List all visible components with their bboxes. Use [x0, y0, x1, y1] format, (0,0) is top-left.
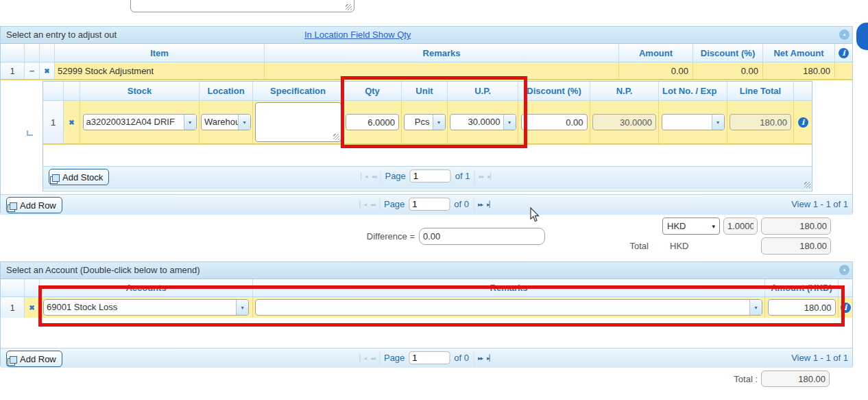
add-icon [10, 202, 17, 210]
info-icon[interactable]: i [839, 48, 849, 58]
dropdown-arrow-icon[interactable]: ▾ [433, 115, 445, 130]
net-amount-cell: 180.00 [763, 62, 835, 79]
discount-input[interactable] [521, 114, 588, 130]
page-input[interactable] [409, 351, 450, 364]
collapse-row-icon[interactable]: − [29, 66, 35, 76]
delete-row-cell[interactable]: ✖ [40, 62, 55, 79]
delete-col-header [25, 279, 40, 296]
mouse-cursor [529, 207, 540, 224]
dropdown-arrow-icon[interactable]: ▾ [712, 115, 724, 130]
pager-first-button[interactable]: ▏◂ [359, 355, 365, 362]
pager-first-button[interactable]: ▏◂ [359, 201, 365, 208]
info-col-header [794, 82, 812, 100]
dropdown-arrow-icon[interactable]: ▾ [236, 300, 248, 315]
col-header-np: N.P. [590, 82, 659, 100]
unit-select[interactable]: Pcs ▾ [404, 114, 446, 130]
in-location-show-qty-link[interactable]: In Location Field Show Qty [304, 30, 411, 40]
rownum-header [43, 82, 64, 100]
account-select[interactable]: 69001 Stock Loss ▾ [43, 299, 249, 316]
delete-row-icon[interactable]: ✖ [69, 119, 74, 126]
pager-prev-button[interactable]: ◂◂ [371, 173, 376, 180]
info-icon[interactable]: i [798, 117, 808, 128]
discount-cell [518, 101, 590, 143]
delete-row-cell[interactable]: ✖ [25, 297, 40, 318]
delete-col-header [64, 82, 80, 100]
pager-prev-button[interactable]: ◂◂ [370, 355, 375, 362]
pager-separator [379, 352, 380, 364]
currency-select[interactable]: HKD ▾ [662, 217, 720, 235]
item-cell[interactable]: 52999 Stock Adjustment [55, 62, 265, 79]
grand-total-input [761, 370, 830, 387]
np-input [592, 114, 656, 130]
delete-row-icon[interactable]: ✖ [29, 304, 34, 311]
delete-row-icon[interactable]: ✖ [44, 67, 49, 75]
pager-next-button[interactable]: ▸▸ [478, 201, 483, 208]
collapse-panel-button[interactable]: ▲ [839, 265, 849, 275]
difference-input[interactable] [419, 228, 545, 245]
stock-subgrid: Stock Location Specification Qty Unit U.… [43, 81, 812, 191]
col-header-line-total: Line Total [727, 82, 794, 100]
col-header-remarks: Remarks [265, 44, 619, 62]
top-remarks-textarea[interactable] [130, 0, 354, 12]
discount-cell: 0.00 [693, 62, 763, 79]
account-select-value: 69001 Stock Loss [44, 300, 236, 315]
add-stock-button[interactable]: Add Stock [49, 169, 109, 185]
dropdown-arrow-icon[interactable]: ▾ [749, 300, 762, 315]
pager-last-button[interactable]: ▸▏ [487, 355, 493, 362]
unit-price-select[interactable]: 30.0000 ▾ [450, 114, 516, 130]
adjust-out-titlebar: Select an entry to adjust out In Locatio… [1, 27, 852, 44]
page-input[interactable] [410, 169, 451, 183]
account-remarks-select[interactable]: ▾ [255, 299, 762, 316]
page-input[interactable] [409, 198, 450, 211]
info-cell [835, 62, 852, 79]
account-row[interactable]: 1 ✖ 69001 Stock Loss ▾ ▾ i [1, 297, 852, 318]
dropdown-arrow-icon[interactable]: ▾ [238, 115, 250, 130]
row-number: 1 [1, 62, 25, 79]
lot-select[interactable]: ▾ [662, 114, 725, 130]
collapse-panel-button[interactable]: ▲ [839, 30, 849, 40]
remarks-cell[interactable] [265, 62, 619, 79]
col-header-up: U.P. [448, 82, 518, 100]
pager-last-button[interactable]: ▸▏ [488, 173, 494, 180]
location-cell: Warehous ▾ [200, 101, 253, 143]
page-of-text: of 1 [455, 171, 470, 181]
account-pager-bar: Add Row ▏◂ ◂◂ Page of 0 ▸▸ ▸▏ View 1 - 1… [1, 348, 852, 368]
resize-handle[interactable] [346, 4, 352, 10]
exchange-rate-input[interactable] [723, 217, 758, 235]
info-icon[interactable]: i [841, 303, 851, 313]
pager-separator [379, 198, 380, 211]
specification-textarea[interactable] [255, 102, 341, 142]
pager-next-button[interactable]: ▸▸ [478, 355, 483, 362]
view-range-text: View 1 - 1 of 1 [791, 199, 848, 209]
pager-prev-button[interactable]: ◂◂ [370, 201, 375, 208]
pager-next-button[interactable]: ▸▸ [479, 173, 484, 180]
stock-select[interactable]: a320200312A04 DRIF ▾ [83, 114, 197, 130]
view-range-text: View 1 - 1 of 1 [791, 353, 848, 363]
qty-input[interactable] [346, 114, 399, 130]
collapse-row-cell[interactable]: − [25, 62, 40, 79]
adjust-out-row[interactable]: 1 − ✖ 52999 Stock Adjustment 0.00 0.00 1… [1, 62, 852, 80]
col-header-lot: Lot No. / Exp [659, 82, 727, 100]
pager-last-button[interactable]: ▸▏ [487, 201, 493, 208]
panel-title: Select an Account (Double-click below to… [6, 265, 200, 275]
tree-connector-icon [27, 130, 33, 136]
delete-row-cell[interactable]: ✖ [64, 101, 80, 143]
floating-action-button[interactable] [856, 23, 868, 50]
add-row-button[interactable]: Add Row [6, 351, 62, 367]
account-panel: Select an Account (Double-click below to… [0, 261, 853, 366]
dropdown-arrow-icon[interactable]: ▾ [184, 115, 196, 130]
add-row-button[interactable]: Add Row [6, 197, 62, 213]
add-stock-label: Add Stock [62, 172, 103, 183]
unit-cell: Pcs ▾ [402, 101, 448, 143]
location-select[interactable]: Warehous ▾ [201, 114, 251, 130]
pager-first-button[interactable]: ▏◂ [361, 173, 367, 180]
adjust-out-pager: ▏◂ ◂◂ Page of 0 ▸▸ ▸▏ [359, 198, 493, 211]
dropdown-arrow-icon[interactable]: ▾ [503, 115, 516, 130]
account-amount-input[interactable] [768, 299, 836, 316]
add-row-label: Add Row [20, 200, 56, 211]
resize-handle[interactable] [804, 182, 810, 188]
account-pager: ▏◂ ◂◂ Page of 0 ▸▸ ▸▏ [359, 351, 493, 364]
col-header-discount: Discount (%) [518, 82, 590, 100]
resize-handle[interactable] [333, 134, 339, 140]
stock-row[interactable]: 1 ✖ a320200312A04 DRIF ▾ Warehous ▾ [43, 101, 812, 145]
